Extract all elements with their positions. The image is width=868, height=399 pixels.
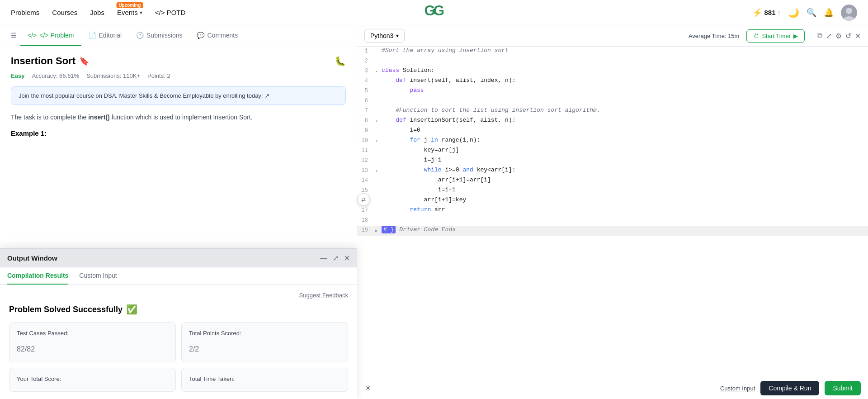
tab-comments[interactable]: 💬 Comments	[189, 25, 245, 46]
start-timer-button[interactable]: ⏱ Start Timer ▶	[746, 29, 805, 43]
line-number: 5	[357, 87, 375, 94]
nav-events-link[interactable]: Events	[117, 9, 138, 16]
logo[interactable]: G G	[423, 1, 445, 24]
fold-arrow	[375, 216, 382, 218]
promo-banner[interactable]: Join the most popular course on DSA. Mas…	[11, 86, 346, 105]
results-grid: Test Cases Passed: 82/82 Total Points Sc…	[9, 322, 348, 392]
time-label: Total Time Taken:	[189, 375, 340, 382]
output-tabs: Compilation Results Custom Input	[0, 267, 357, 285]
line-content: def insertionSort(self, alist, n):	[382, 117, 868, 124]
copy-icon[interactable]: ⧉	[817, 32, 822, 40]
theme-toggle-icon[interactable]: 🌙	[788, 7, 799, 18]
line-content	[382, 57, 868, 64]
difficulty-badge: Easy	[11, 72, 24, 79]
fold-arrow	[375, 157, 382, 158]
code-line-10: 10 ▾ for j in range(1,n):	[357, 136, 868, 146]
line-content: while i>=0 and key<arr[i]:	[382, 166, 868, 173]
average-time: Average Time: 15m	[689, 33, 739, 39]
nav-right: ⚡ 881 ↑ 🌙 🔍 🔔	[752, 5, 857, 21]
fold-arrow	[375, 147, 382, 148]
line-number: 8	[357, 117, 375, 124]
left-panel: ☰ </> </> Problem 📄 Editorial 🕐 Submissi…	[0, 25, 357, 150]
line-number: 18	[357, 216, 375, 223]
expand-icon[interactable]: ⤢	[826, 32, 832, 40]
success-message-row: Problem Solved Successfully ✅	[9, 304, 348, 315]
avatar[interactable]	[841, 5, 857, 21]
comment-icon: 💬	[197, 32, 204, 39]
language-selector[interactable]: Python3 ▾	[364, 29, 405, 43]
line-number: 3	[357, 67, 375, 74]
nav-problems[interactable]: Problems	[11, 9, 39, 16]
line-number: 2	[357, 57, 375, 64]
nav-courses[interactable]: Courses	[52, 9, 77, 16]
code-line-3: 3 ▾ class Solution:	[357, 66, 868, 76]
fold-arrow	[375, 127, 382, 128]
fold-arrow: ▶	[375, 226, 382, 233]
brightness-icon[interactable]: ☀	[364, 383, 372, 393]
code-line-8: 8 ▾ def insertionSort(self, alist, n):	[357, 116, 868, 126]
code-line-11: 11 key=arr[j]	[357, 146, 868, 156]
bookmark-icon[interactable]: 🔖	[79, 56, 89, 66]
code-line-9: 9 i=0	[357, 126, 868, 136]
custom-input-link[interactable]: Custom Input	[720, 385, 755, 392]
chevron-down-icon: ▾	[396, 33, 399, 39]
tab-custom-input[interactable]: Custom Input	[79, 267, 117, 285]
line-number: 9	[357, 127, 375, 134]
code-line-16: 16 arr[i+1]=key	[357, 196, 868, 206]
minimize-icon[interactable]: —	[320, 254, 327, 262]
fold-arrow: ▾	[375, 117, 382, 124]
fold-arrow	[375, 47, 382, 49]
editor-icons: ⧉ ⤢ ⚙ ↺ ✕	[817, 32, 861, 40]
test-cases-value: 82/82	[17, 340, 168, 355]
banner-text: Join the most popular course on DSA. Mas…	[19, 92, 269, 99]
close-icon[interactable]: ✕	[344, 254, 350, 262]
compile-run-button[interactable]: Compile & Run	[760, 381, 819, 395]
fold-arrow	[375, 57, 382, 59]
bottom-left: ☀	[364, 383, 372, 393]
nav-jobs[interactable]: Jobs	[90, 9, 104, 16]
search-icon[interactable]: 🔍	[807, 8, 816, 18]
fold-arrow: ▾	[375, 137, 382, 144]
svg-point-4	[846, 8, 852, 14]
panel-resize-handle[interactable]: ⇄	[357, 193, 370, 206]
hamburger-icon[interactable]: ☰	[7, 25, 20, 46]
line-content: #Sort the array using insertion sort	[382, 47, 868, 54]
streak-counter: ⚡ 881 ↑	[752, 8, 781, 18]
fold-arrow	[375, 87, 382, 89]
line-number: 7	[357, 107, 375, 114]
code-editor-panel: Python3 ▾ Average Time: 15m ⏱ Start Time…	[357, 25, 868, 399]
fold-arrow	[375, 196, 382, 198]
tab-submissions[interactable]: 🕐 Submissions	[129, 25, 189, 46]
code-line-18: 18	[357, 216, 868, 226]
play-icon: ▶	[793, 33, 798, 39]
refresh-icon[interactable]: ↺	[845, 32, 851, 40]
submit-button[interactable]: Submit	[825, 381, 861, 395]
test-cases-total: /82	[25, 345, 35, 353]
fold-arrow	[375, 206, 382, 208]
output-body: Suggest Feedback Problem Solved Successf…	[0, 285, 357, 399]
notification-icon[interactable]: 🔔	[824, 8, 834, 18]
line-number: 1	[357, 47, 375, 54]
settings-icon[interactable]: ⚙	[835, 32, 842, 40]
tab-compilation-results[interactable]: Compilation Results	[7, 267, 68, 285]
line-number: 15	[357, 186, 375, 194]
suggest-feedback-link[interactable]: Suggest Feedback	[299, 292, 348, 299]
bug-icon[interactable]: 🐛	[335, 56, 346, 66]
code-editor[interactable]: 1 #Sort the array using insertion sort 2…	[357, 47, 868, 377]
line-number: 6	[357, 97, 375, 104]
maximize-icon[interactable]: ⤢	[333, 254, 339, 262]
close-editor-icon[interactable]: ✕	[855, 32, 861, 40]
tab-problem[interactable]: </> </> Problem	[20, 25, 81, 46]
line-content: arr[i+1]=key	[382, 196, 868, 203]
clock-icon: 🕐	[136, 32, 144, 39]
tab-editorial[interactable]: 📄 Editorial	[81, 25, 129, 46]
nav-potd[interactable]: </> POTD	[155, 9, 186, 16]
svg-rect-2	[433, 9, 435, 14]
nav-events[interactable]: Upcoming Events ▾	[117, 9, 142, 16]
points-card: Total Points Scored: 2/2	[181, 322, 348, 362]
doc-icon: 📄	[89, 32, 96, 39]
fold-arrow	[375, 176, 382, 178]
fold-arrow	[375, 97, 382, 99]
chevron-down-icon: ▾	[140, 10, 142, 16]
code-line-15: 15 i=i-1	[357, 186, 868, 196]
